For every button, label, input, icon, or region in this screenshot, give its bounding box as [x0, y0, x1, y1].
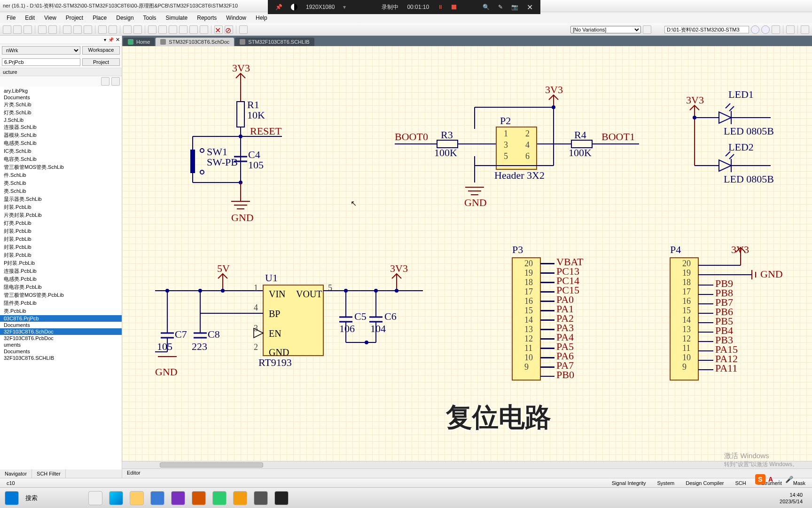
tree-item[interactable]: 电感类.PcbLib: [0, 275, 122, 283]
mic-icon[interactable]: 🎤: [785, 476, 793, 483]
tool-fit[interactable]: [133, 25, 142, 34]
tree-item[interactable]: 阻件类.PcbLib: [0, 299, 122, 307]
tree-item[interactable]: 类.SchLib: [0, 179, 122, 187]
menu-file[interactable]: File: [3, 14, 19, 22]
tree-item[interactable]: ary.LibPkg: [0, 87, 122, 94]
tree-item[interactable]: 管三极管MOS管类.PcbLib: [0, 291, 122, 299]
tree-item[interactable]: 片类封装.PcbLib: [0, 211, 122, 219]
tool-place-power[interactable]: [189, 25, 198, 34]
tree-item[interactable]: 片类.SchLib: [0, 101, 122, 109]
tool-undo[interactable]: [98, 25, 107, 34]
nav-home[interactable]: [772, 25, 780, 34]
project-input[interactable]: [2, 58, 80, 66]
project-button[interactable]: Project: [82, 58, 120, 66]
tree-item[interactable]: 类.PcbLib: [0, 307, 122, 315]
tree-item[interactable]: uments: [0, 341, 122, 348]
tree-item[interactable]: 封装.PcbLib: [0, 251, 122, 259]
tree-item[interactable]: 32F103C8T6.SchDoc: [0, 328, 122, 335]
tree-item[interactable]: 阻电容类.PcbLib: [0, 283, 122, 291]
tool-v1[interactable]: [643, 25, 651, 34]
tool-check[interactable]: ⊘: [225, 25, 233, 34]
tree-item[interactable]: 32F103C8T6.PcbDoc: [0, 335, 122, 341]
panel-menu-icon[interactable]: ▾: [104, 37, 106, 42]
tree-item[interactable]: IC类.SchLib: [0, 147, 122, 155]
tree-item[interactable]: 件.SchLib: [0, 171, 122, 179]
tool-open[interactable]: [13, 25, 22, 34]
mail-icon[interactable]: [150, 491, 164, 505]
tool-save[interactable]: [23, 25, 32, 34]
nav-back[interactable]: [751, 25, 759, 34]
clock[interactable]: 14:40 2023/5/14: [780, 492, 807, 505]
nav-fwd[interactable]: [761, 25, 770, 34]
tab-schlib[interactable]: STM32F103C8T6.SCHLIB: [235, 38, 314, 46]
tab-schdoc[interactable]: STM32F103C8T6.SchDoc: [156, 38, 234, 46]
tree-item[interactable]: Documents: [0, 94, 122, 101]
editor-tab[interactable]: Editor: [122, 468, 812, 478]
tool-brush[interactable]: [239, 25, 248, 34]
tree-item[interactable]: 电感类.SchLib: [0, 139, 122, 147]
menu-help[interactable]: Help: [252, 14, 271, 22]
tree-item[interactable]: 03C8T6.PrjPcb: [0, 315, 122, 322]
ime-toolbar[interactable]: S A ， 🎤: [755, 474, 793, 484]
tool-cut[interactable]: [63, 25, 71, 34]
tool-paste[interactable]: [84, 25, 92, 34]
onenote-icon[interactable]: [171, 491, 185, 505]
menu-tools[interactable]: Tools: [140, 14, 160, 22]
tool-cancel[interactable]: ✕: [214, 25, 223, 34]
ppt-icon[interactable]: [192, 491, 206, 505]
tree-item[interactable]: Documents: [0, 348, 122, 355]
workspace-button[interactable]: Workspace: [82, 46, 120, 55]
project-tree[interactable]: ary.LibPkgDocuments片类.SchLib灯类.SchLibJ.S…: [0, 87, 122, 469]
contrast-icon[interactable]: [291, 4, 297, 10]
menu-view[interactable]: View: [40, 14, 60, 22]
pause-icon[interactable]: ⏸: [437, 4, 443, 10]
tree-btn2[interactable]: [111, 77, 120, 86]
wechat-icon[interactable]: [212, 491, 226, 505]
status-sys[interactable]: System: [655, 480, 678, 486]
tree-item[interactable]: P封装.PcbLib: [0, 259, 122, 267]
menu-project[interactable]: Project: [62, 14, 87, 22]
status-si[interactable]: Signal Integrity: [609, 480, 649, 486]
start-icon[interactable]: [5, 491, 19, 505]
tree-item[interactable]: 电容类.SchLib: [0, 155, 122, 163]
tab-home[interactable]: Home: [123, 38, 155, 46]
tool-place-part[interactable]: [200, 25, 208, 34]
tree-item[interactable]: 32F103C8T6.SCHLIB: [0, 355, 122, 361]
zoom-icon[interactable]: 🔍: [483, 4, 490, 10]
stop-icon[interactable]: [452, 5, 456, 9]
menu-window[interactable]: Window: [222, 14, 250, 22]
tree-item[interactable]: 连接器.SchLib: [0, 123, 122, 131]
tree-item[interactable]: 类.SchLib: [0, 187, 122, 195]
tool-place-wire[interactable]: [148, 25, 156, 34]
tool-copy[interactable]: [73, 25, 82, 34]
tree-btn1[interactable]: [101, 77, 109, 86]
ime-comma[interactable]: ，: [776, 475, 782, 484]
panel-close-icon[interactable]: ✕: [116, 37, 120, 43]
status-dc[interactable]: Design Compiler: [683, 480, 726, 486]
tree-item[interactable]: 连接器.PcbLib: [0, 267, 122, 275]
altium-icon[interactable]: [254, 491, 268, 505]
tree-item[interactable]: 灯类.PcbLib: [0, 219, 122, 227]
recording-toolbar[interactable]: 📌 1920X1080 ▾ 录制中 00:01:10 ⏸ 🔍 ✎ 📷 ✕: [268, 0, 540, 14]
ime-a[interactable]: A: [768, 476, 773, 483]
menu-place[interactable]: Place: [89, 14, 110, 22]
menu-reports[interactable]: Reports: [193, 14, 220, 22]
tool-new[interactable]: [3, 25, 11, 34]
edge-icon[interactable]: [109, 491, 123, 505]
tree-item[interactable]: 灯类.SchLib: [0, 109, 122, 117]
tree-item[interactable]: J.SchLib: [0, 117, 122, 123]
app1-icon[interactable]: [233, 491, 247, 505]
tree-item[interactable]: 管三极管MOS管类.SchLib: [0, 163, 122, 171]
tool-preview[interactable]: [48, 25, 57, 34]
workspace-combo[interactable]: nWrk: [2, 46, 80, 55]
camera-icon[interactable]: 📷: [511, 4, 518, 10]
schematic-canvas[interactable]: 3V3 R1 10K RESET: [122, 46, 812, 461]
taskview-icon[interactable]: [88, 491, 102, 505]
status-sch[interactable]: SCH: [733, 480, 749, 486]
tool-zoom[interactable]: [123, 25, 132, 34]
tree-item[interactable]: 器模块.SchLib: [0, 131, 122, 139]
pencil-icon[interactable]: ✎: [498, 4, 503, 10]
tool-place-bus[interactable]: [158, 25, 167, 34]
tab-schfilter[interactable]: SCH Filter: [32, 469, 66, 478]
tree-item[interactable]: Documents: [0, 322, 122, 328]
